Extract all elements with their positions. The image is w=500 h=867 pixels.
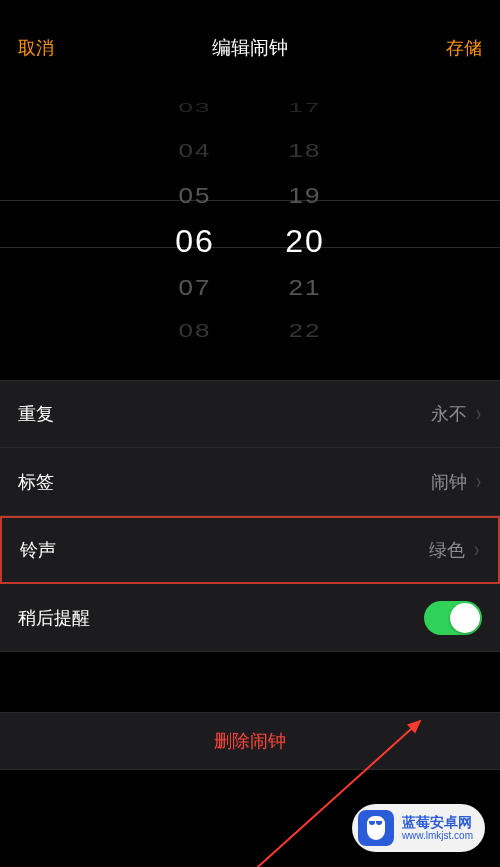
picker-item: 18 [250, 136, 360, 167]
picker-item: 04 [140, 136, 250, 167]
delete-alarm-button[interactable]: 删除闹钟 [0, 712, 500, 770]
picker-item: 05 [140, 176, 250, 213]
time-picker[interactable]: 03 04 05 06 07 08 09 17 18 19 20 21 22 2… [0, 85, 500, 365]
picker-item-selected: 06 [140, 217, 250, 265]
picker-item: 23 [250, 364, 360, 365]
row-label: 标签 [18, 470, 54, 494]
picker-item: 17 [250, 96, 360, 118]
delete-label: 删除闹钟 [214, 729, 286, 753]
repeat-row[interactable]: 重复 永不 › [0, 380, 500, 448]
cancel-button[interactable]: 取消 [18, 36, 54, 60]
watermark-title: 蓝莓安卓网 [402, 815, 473, 830]
label-row[interactable]: 标签 闹钟 › [0, 448, 500, 516]
snooze-toggle[interactable] [424, 601, 482, 635]
delete-section: 删除闹钟 [0, 712, 500, 770]
watermark-url: www.lmkjst.com [402, 830, 473, 841]
settings-list: 重复 永不 › 标签 闹钟 › 铃声 绿色 › 稍后提醒 [0, 380, 500, 652]
picker-item-selected: 20 [250, 217, 360, 265]
header: 取消 编辑闹钟 存储 [0, 0, 500, 75]
row-value: 闹钟 [431, 470, 467, 494]
picker-item: 22 [250, 316, 360, 347]
row-value: 绿色 [429, 538, 465, 562]
minute-column[interactable]: 17 18 19 20 21 22 23 [250, 85, 360, 365]
hour-column[interactable]: 03 04 05 06 07 08 09 [140, 85, 250, 365]
picker-item: 19 [250, 176, 360, 213]
row-label: 稍后提醒 [18, 606, 90, 630]
sound-row[interactable]: 铃声 绿色 › [0, 516, 500, 584]
row-value: 永不 [431, 402, 467, 426]
watermark: 蓝莓安卓网 www.lmkjst.com [352, 804, 485, 852]
snooze-row: 稍后提醒 [0, 584, 500, 652]
picker-item: 03 [140, 96, 250, 118]
save-button[interactable]: 存储 [446, 36, 482, 60]
picker-item: 08 [140, 316, 250, 347]
chevron-right-icon: › [474, 537, 479, 563]
chevron-right-icon: › [476, 469, 481, 495]
picker-item: 09 [140, 364, 250, 365]
picker-item: 07 [140, 268, 250, 305]
row-label: 重复 [18, 402, 54, 426]
row-label: 铃声 [20, 538, 56, 562]
page-title: 编辑闹钟 [212, 35, 288, 61]
picker-item: 21 [250, 268, 360, 305]
toggle-knob [450, 603, 480, 633]
chevron-right-icon: › [476, 401, 481, 427]
watermark-logo-icon [358, 810, 394, 846]
